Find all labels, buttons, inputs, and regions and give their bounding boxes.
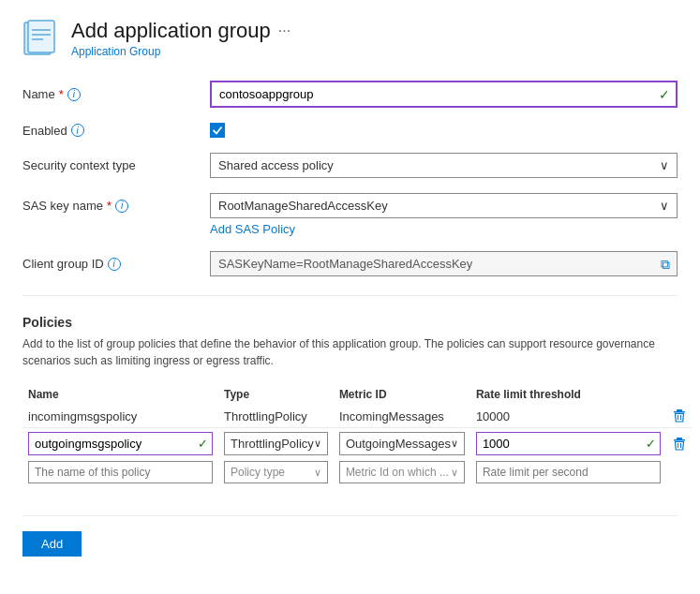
new-name-input[interactable] — [28, 461, 213, 483]
sas-key-label: SAS key name * i — [22, 199, 210, 213]
name-check-icon: ✓ — [659, 87, 670, 102]
enabled-checkbox[interactable] — [210, 123, 225, 138]
add-button[interactable]: Add — [22, 531, 82, 557]
row1-metric: IncomingMessages — [339, 409, 444, 423]
sas-key-required: * — [107, 199, 112, 213]
new-metric-placeholder: Metric Id on which ... — [346, 466, 449, 479]
sas-key-select[interactable]: RootManageSharedAccessKey ∨ — [210, 193, 678, 218]
edit-type-chevron-icon: ∨ — [314, 438, 321, 450]
row1-delete-icon[interactable] — [672, 408, 687, 423]
svg-rect-6 — [674, 411, 685, 413]
page-icon — [22, 19, 60, 56]
row1-rate: 10000 — [476, 409, 510, 423]
new-type-select[interactable]: Policy type ∨ — [224, 461, 328, 483]
page-subtitle: Application Group — [71, 45, 290, 58]
security-context-label: Security context type — [22, 158, 210, 172]
edit-rate-wrapper: ✓ — [476, 432, 661, 455]
sas-key-row: SAS key name * i RootManageSharedAccessK… — [22, 193, 678, 236]
svg-rect-1 — [28, 21, 54, 52]
edit-type-select[interactable]: ThrottlingPolicy ∨ — [224, 432, 328, 455]
edit-name-wrapper: ✓ — [28, 432, 213, 455]
enabled-label: Enabled i — [22, 124, 210, 138]
page-title: Add application group ··· — [71, 19, 290, 43]
client-group-label: Client group ID i — [22, 257, 210, 271]
sas-key-value: RootManageSharedAccessKey — [218, 199, 388, 213]
edit-metric-select[interactable]: OutgoingMessages ∨ — [339, 432, 465, 455]
new-type-chevron-icon: ∨ — [314, 467, 321, 479]
new-type-placeholder: Policy type — [231, 466, 285, 479]
new-rate-input[interactable] — [476, 461, 661, 483]
copy-icon[interactable]: ⧉ — [661, 256, 670, 272]
col-header-rate: Rate limit threshold — [470, 384, 666, 405]
security-context-row: Security context type Shared access poli… — [22, 153, 678, 178]
edit-row: ✓ ThrottlingPolicy ∨ OutgoingMessages ∨ — [22, 428, 693, 460]
col-header-name: Name — [22, 384, 218, 405]
new-metric-select[interactable]: Metric Id on which ... ∨ — [339, 461, 465, 483]
security-context-select[interactable]: Shared access policy ∨ — [210, 153, 678, 178]
new-metric-chevron-icon: ∨ — [451, 467, 458, 479]
svg-rect-9 — [677, 438, 682, 439]
row1-type: ThrottlingPolicy — [224, 409, 307, 423]
col-header-action — [666, 384, 693, 405]
enabled-row: Enabled i — [22, 123, 678, 138]
enabled-field-wrapper — [210, 123, 678, 138]
enabled-info-icon[interactable]: i — [71, 124, 84, 137]
policies-table-header: Name Type Metric ID Rate limit threshold — [22, 384, 693, 405]
client-group-row: Client group ID i ⧉ — [22, 251, 678, 276]
edit-rate-check-icon: ✓ — [646, 437, 660, 451]
sas-key-chevron-icon: ∨ — [660, 199, 669, 213]
security-context-chevron-icon: ∨ — [660, 158, 669, 172]
edit-type-value: ThrottlingPolicy — [231, 437, 314, 451]
name-info-icon[interactable]: i — [67, 88, 81, 101]
edit-row-delete-icon[interactable] — [672, 437, 687, 452]
security-context-field-wrapper: Shared access policy ∨ — [210, 153, 678, 178]
edit-rate-input[interactable] — [477, 433, 646, 454]
policies-section: Policies Add to the list of group polici… — [22, 315, 678, 485]
policies-title: Policies — [22, 315, 678, 330]
table-row: incomingmsgspolicy ThrottlingPolicy Inco… — [22, 405, 693, 428]
client-group-info-icon[interactable]: i — [108, 258, 121, 271]
edit-name-check-icon: ✓ — [198, 437, 212, 451]
edit-metric-chevron-icon: ∨ — [451, 438, 458, 450]
footer-bar: Add — [22, 515, 678, 557]
policies-table: Name Type Metric ID Rate limit threshold… — [22, 384, 693, 485]
name-field-wrapper: ✓ — [210, 81, 678, 108]
svg-rect-10 — [674, 439, 685, 441]
page-header: Add application group ··· Application Gr… — [22, 19, 678, 58]
add-sas-policy-link[interactable]: Add SAS Policy — [210, 222, 678, 236]
name-required: * — [59, 87, 64, 101]
name-input[interactable] — [210, 81, 678, 108]
name-row: Name * i ✓ — [22, 81, 678, 108]
col-header-type: Type — [218, 384, 334, 405]
sas-key-info-icon[interactable]: i — [115, 200, 128, 213]
col-header-metric: Metric ID — [334, 384, 470, 405]
edit-metric-value: OutgoingMessages — [346, 437, 451, 451]
more-options-icon[interactable]: ··· — [278, 22, 290, 39]
sas-key-field-wrapper: RootManageSharedAccessKey ∨ Add SAS Poli… — [210, 193, 678, 236]
client-group-field-wrapper: ⧉ — [210, 251, 678, 276]
name-label: Name * i — [22, 87, 210, 101]
svg-rect-5 — [677, 409, 682, 411]
edit-name-input[interactable] — [29, 433, 198, 454]
security-context-value: Shared access policy — [218, 158, 334, 172]
policies-description: Add to the list of group policies that d… — [22, 335, 678, 369]
row1-name: incomingmsgspolicy — [28, 409, 137, 423]
placeholder-row: Policy type ∨ Metric Id on which ... ∨ — [22, 459, 693, 485]
client-group-input[interactable] — [210, 251, 678, 276]
title-block: Add application group ··· Application Gr… — [71, 19, 290, 58]
